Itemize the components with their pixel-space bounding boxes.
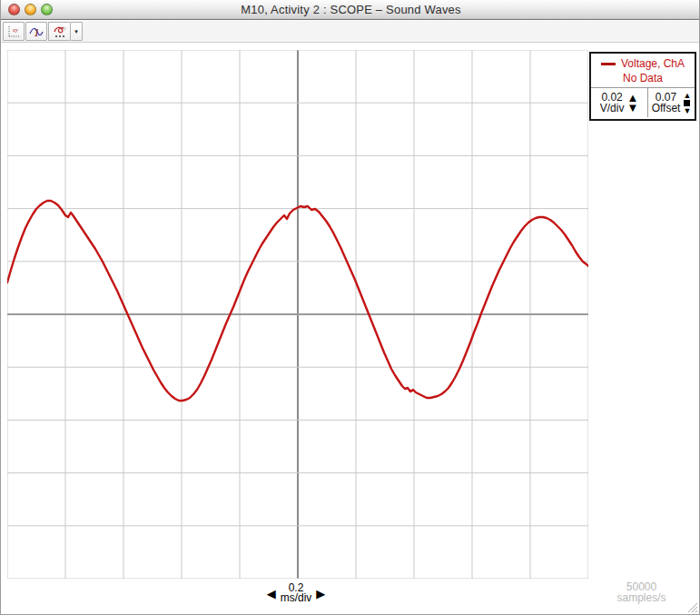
offset-unit: Offset [652,103,681,114]
scope-plot [7,50,588,579]
svg-text:1: 1 [34,25,40,39]
toolbar: xy 1 ▾ [1,21,700,43]
volts-per-div-control: 0.02 V/div ▲ ▼ [591,88,648,117]
volts-per-div-unit: V/div [600,103,625,114]
display-options-dropdown-button[interactable]: ▾ [70,22,83,41]
xy-graph-button[interactable]: xy [3,22,25,41]
offset-decrease-button[interactable]: ▼ [683,107,691,114]
timebase-decrease-button[interactable]: ◀ [267,587,276,600]
offset-increase-button[interactable]: ▲ [683,92,691,99]
timebase-unit: ms/div [281,593,312,603]
app-window: M10, Activity 2 : SCOPE – Sound Waves xy… [0,0,700,615]
channel-info: Voltage, ChA No Data [591,54,695,88]
sample-rate-unit: samples/s [607,592,675,603]
svg-text:xy: xy [12,26,18,33]
trace-color-swatch [601,63,616,65]
channel-legend-panel: Voltage, ChA No Data 0.02 V/div ▲ ▼ 0.07… [589,52,696,121]
meter-digit-icon: 1 [28,25,44,39]
display-options-icon [52,25,68,39]
offset-control: 0.07 Offset ▲ ▼ [648,88,695,117]
dropdown-arrow-icon: ▾ [74,28,78,35]
offset-slider-thumb[interactable] [684,100,690,106]
display-options-split-button: ▾ [48,22,84,41]
data-status-label: No Data [591,72,695,84]
window-title: M10, Activity 2 : SCOPE – Sound Waves [1,3,700,16]
xy-graph-icon: xy [5,25,22,39]
display-options-button[interactable] [48,22,70,41]
sample-rate-label: 50000 samples/s [607,581,675,603]
resize-grip[interactable] [685,600,698,613]
timebase-control: ◀ 0.2 ms/div ▶ [257,580,335,607]
channel-label: Voltage, ChA [621,57,685,70]
volts-per-div-decrease-button[interactable]: ▼ [626,103,638,113]
timebase-increase-button[interactable]: ▶ [316,587,325,600]
titlebar[interactable]: M10, Activity 2 : SCOPE – Sound Waves [1,0,700,20]
meter-display-button[interactable]: 1 [25,22,47,41]
